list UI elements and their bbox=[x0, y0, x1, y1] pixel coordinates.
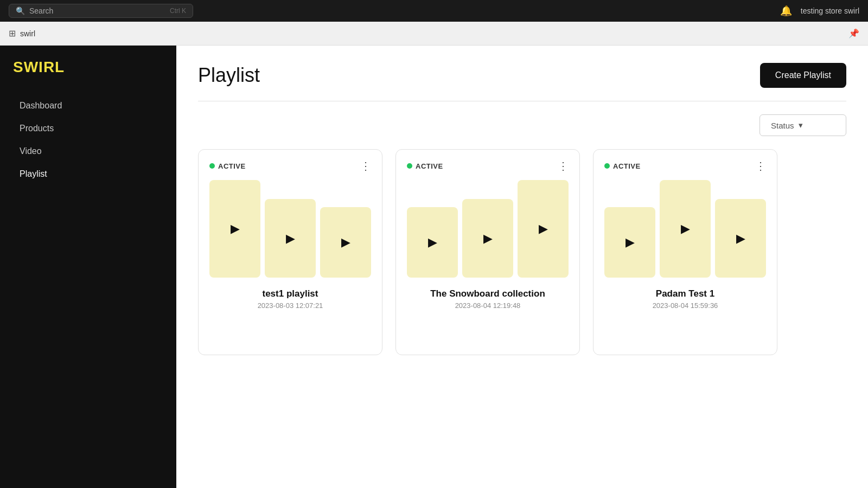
main-content: Playlist Create Playlist Status ▾ ACTIVE… bbox=[176, 46, 868, 488]
playlist-name: The Snowboard collection bbox=[407, 288, 569, 299]
topbar-right: 🔔 testing store swirl bbox=[780, 5, 859, 17]
bell-icon[interactable]: 🔔 bbox=[780, 5, 792, 17]
subbar-left: ⊞ swirl bbox=[9, 28, 35, 38]
video-thumbnails: ▶ ▶ ▶ bbox=[209, 180, 371, 278]
status-badge: ACTIVE bbox=[604, 162, 641, 170]
card-header: ACTIVE ⋮ bbox=[407, 160, 569, 171]
video-thumb[interactable]: ▶ bbox=[660, 180, 711, 278]
video-thumb[interactable]: ▶ bbox=[209, 180, 260, 278]
playlist-name: test1 playlist bbox=[209, 288, 371, 299]
video-thumb[interactable]: ▶ bbox=[265, 199, 316, 278]
video-thumbnails: ▶ ▶ ▶ bbox=[407, 180, 569, 278]
status-dot-active bbox=[407, 163, 412, 169]
page-title: Playlist bbox=[198, 64, 260, 87]
playlist-card: ACTIVE ⋮ ▶ ▶ ▶ The Snowboard collection … bbox=[395, 149, 580, 355]
more-options-icon[interactable]: ⋮ bbox=[360, 160, 371, 171]
grid-icon: ⊞ bbox=[9, 28, 16, 38]
card-footer: The Snowboard collection 2023-08-04 12:1… bbox=[407, 288, 569, 310]
video-thumb[interactable]: ▶ bbox=[715, 199, 766, 278]
play-icon: ▶ bbox=[286, 232, 295, 246]
search-box[interactable]: 🔍 Search Ctrl K bbox=[9, 4, 193, 18]
sidebar-item-playlist[interactable]: Playlist bbox=[13, 164, 163, 184]
status-dot-active bbox=[209, 163, 215, 169]
subbar-right: 📌 bbox=[848, 28, 859, 38]
video-thumb[interactable]: ▶ bbox=[320, 207, 371, 278]
chevron-down-icon: ▾ bbox=[799, 120, 803, 130]
store-name: testing store swirl bbox=[801, 7, 859, 15]
play-icon: ▶ bbox=[626, 235, 635, 249]
video-thumb[interactable]: ▶ bbox=[407, 207, 458, 278]
playlist-date: 2023-08-04 15:59:36 bbox=[604, 301, 766, 310]
sidebar-item-video[interactable]: Video bbox=[13, 141, 163, 162]
status-badge: ACTIVE bbox=[407, 162, 443, 170]
card-header: ACTIVE ⋮ bbox=[604, 160, 766, 171]
pin-icon: 📌 bbox=[848, 29, 859, 38]
card-footer: test1 playlist 2023-08-03 12:07:21 bbox=[209, 288, 371, 310]
more-options-icon[interactable]: ⋮ bbox=[558, 160, 569, 171]
status-dot-active bbox=[604, 163, 610, 169]
play-icon: ▶ bbox=[681, 222, 690, 236]
topbar: 🔍 Search Ctrl K 🔔 testing store swirl bbox=[0, 0, 868, 22]
search-shortcut: Ctrl K bbox=[170, 7, 186, 15]
video-thumbnails: ▶ ▶ ▶ bbox=[604, 180, 766, 278]
status-badge: ACTIVE bbox=[209, 162, 246, 170]
divider bbox=[198, 101, 846, 101]
card-header: ACTIVE ⋮ bbox=[209, 160, 371, 171]
status-text: ACTIVE bbox=[613, 162, 641, 170]
sidebar-logo: SWIRL bbox=[13, 59, 163, 76]
card-footer: Padam Test 1 2023-08-04 15:59:36 bbox=[604, 288, 766, 310]
play-icon: ▶ bbox=[539, 222, 548, 236]
video-thumb[interactable]: ▶ bbox=[462, 199, 513, 278]
sidebar-nav: Dashboard Products Video Playlist bbox=[13, 95, 163, 184]
search-placeholder: Search bbox=[29, 7, 53, 15]
status-dropdown[interactable]: Status ▾ bbox=[760, 114, 846, 136]
page-header: Playlist Create Playlist bbox=[198, 63, 846, 88]
status-text: ACTIVE bbox=[416, 162, 443, 170]
playlist-date: 2023-08-04 12:19:48 bbox=[407, 301, 569, 310]
play-icon: ▶ bbox=[341, 235, 350, 249]
playlist-grid: ACTIVE ⋮ ▶ ▶ ▶ test1 playlist 2023-08-03… bbox=[198, 149, 846, 355]
more-options-icon[interactable]: ⋮ bbox=[755, 160, 766, 171]
play-icon: ▶ bbox=[428, 235, 437, 249]
subbar: ⊞ swirl 📌 bbox=[0, 22, 868, 46]
playlist-card: ACTIVE ⋮ ▶ ▶ ▶ Padam Test 1 2023-08-04 1… bbox=[593, 149, 777, 355]
create-playlist-button[interactable]: Create Playlist bbox=[760, 63, 846, 88]
playlist-name: Padam Test 1 bbox=[604, 288, 766, 299]
sidebar-item-products[interactable]: Products bbox=[13, 118, 163, 139]
status-text: ACTIVE bbox=[218, 162, 246, 170]
play-icon: ▶ bbox=[736, 232, 745, 246]
play-icon: ▶ bbox=[483, 232, 493, 246]
filter-row: Status ▾ bbox=[198, 114, 846, 136]
sidebar-item-dashboard[interactable]: Dashboard bbox=[13, 95, 163, 116]
search-icon: 🔍 bbox=[16, 7, 25, 15]
sidebar: SWIRL Dashboard Products Video Playlist bbox=[0, 46, 176, 488]
app-name: swirl bbox=[20, 29, 35, 38]
video-thumb[interactable]: ▶ bbox=[604, 207, 655, 278]
playlist-card: ACTIVE ⋮ ▶ ▶ ▶ test1 playlist 2023-08-03… bbox=[198, 149, 382, 355]
playlist-date: 2023-08-03 12:07:21 bbox=[209, 301, 371, 310]
play-icon: ▶ bbox=[231, 222, 240, 236]
status-label: Status bbox=[771, 121, 794, 130]
video-thumb[interactable]: ▶ bbox=[518, 180, 569, 278]
